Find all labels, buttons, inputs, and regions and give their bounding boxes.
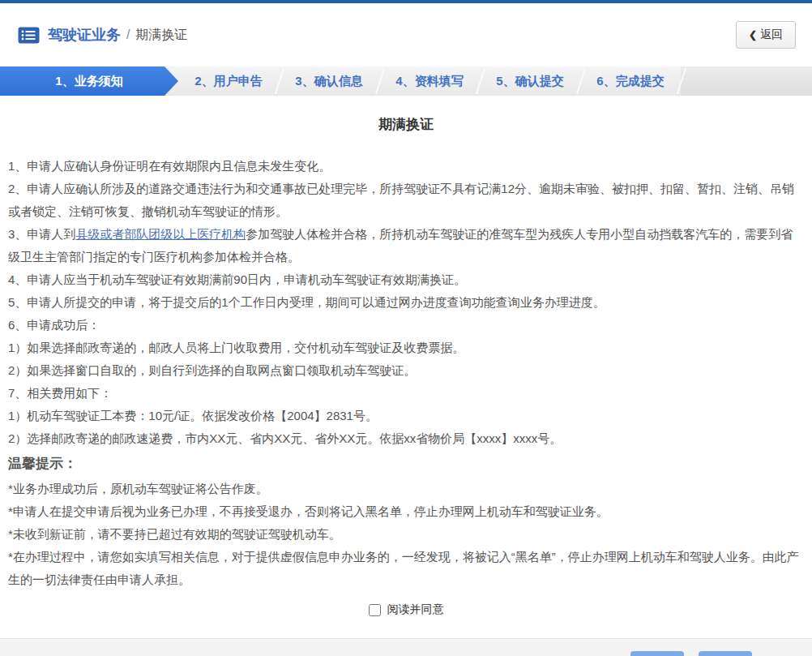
- breadcrumb-separator: /: [126, 28, 130, 42]
- back-button[interactable]: ❮ 返回: [736, 21, 796, 49]
- step-2-user-declaration: 2、用户申告: [178, 66, 279, 96]
- step-4-fill-materials: 4、资料填写: [379, 66, 480, 96]
- chevron-left-icon: ❮: [749, 29, 757, 41]
- notice-line: 1、申请人应确认身份证明在有效期限内且信息未发生变化。: [8, 155, 804, 178]
- tip-line: *申请人在提交申请后视为业务已办理，不再接受退办，否则将记入黑名单，停止办理网上…: [8, 500, 804, 523]
- agree-checkbox[interactable]: [369, 604, 381, 616]
- notice-line: 1）如果选择邮政寄递的，邮政人员将上门收取费用，交付机动车驾驶证及收费票据。: [8, 337, 804, 359]
- tip-line: *业务办理成功后，原机动车驾驶证将公告作废。: [8, 478, 804, 500]
- step-1-business-notice: 1、业务须知: [0, 66, 178, 96]
- step-6-complete-submit: 6、完成提交: [580, 66, 681, 96]
- prev-step-button[interactable]: 上一步: [630, 651, 684, 656]
- agreement-row: 阅读并同意: [8, 599, 804, 620]
- notice-line: 2、申请人应确认所涉及的道路交通违法行为和交通事故已处理完毕，所持驾驶证不具有记…: [8, 178, 804, 223]
- notice-line-part: 3、申请人到: [8, 227, 75, 241]
- notice-line: 5、申请人所提交的申请，将于提交后的1个工作日内受理，期间可以通过网办进度查询功…: [8, 291, 804, 314]
- step-label: 4、资料填写: [395, 74, 463, 89]
- notice-line: 3、申请人到县级或者部队团级以上医疗机构参加驾驶人体检并合格，所持机动车驾驶证的…: [8, 223, 804, 268]
- notice-line: 1）机动车驾驶证工本费：10元/证。依据发改价格【2004】2831号。: [8, 405, 804, 427]
- notice-line: 2）选择邮政寄递的邮政速递费，市内XX元、省内XX元、省外XX元。依据xx省物价…: [8, 427, 804, 450]
- step-bar-tail: [681, 66, 812, 96]
- notice-text: 1、申请人应确认身份证明在有效期限内且信息未发生变化。 2、申请人应确认所涉及的…: [8, 155, 804, 591]
- agree-label[interactable]: 阅读并同意: [387, 602, 444, 617]
- main-content: 期满换证 1、申请人应确认身份证明在有效期限内且信息未发生变化。 2、申请人应确…: [0, 96, 812, 620]
- step-label: 6、完成提交: [596, 74, 664, 89]
- tip-line: *在办理过程中，请您如实填写相关信息，对于提供虚假信息申办业务的，一经发现，将被…: [8, 546, 804, 591]
- step-label: 3、确认信息: [295, 74, 362, 89]
- tip-line: *未收到新证前，请不要持已超过有效期的驾驶证驾驶机动车。: [8, 523, 804, 546]
- step-label: 1、业务须知: [55, 74, 122, 89]
- breadcrumb-page: 期满换证: [135, 27, 187, 44]
- back-button-label: 返回: [760, 28, 783, 42]
- notice-line: 6、申请成功后：: [8, 314, 804, 337]
- page-title: 期满换证: [8, 115, 804, 134]
- tips-title: 温馨提示：: [8, 450, 804, 478]
- step-5-confirm-submit: 5、确认提交: [480, 66, 580, 96]
- step-label: 5、确认提交: [496, 74, 563, 89]
- notice-line: 7、相关费用如下：: [8, 382, 804, 405]
- notice-line: 4、申请人应当于机动车驾驶证有效期满前90日内，申请机动车驾驶证有效期满换证。: [8, 268, 804, 291]
- medical-institution-emphasis: 县级或者部队团级以上医疗机构: [75, 227, 246, 241]
- next-step-button[interactable]: 下一步: [699, 651, 752, 656]
- step-3-confirm-info: 3、确认信息: [279, 66, 379, 96]
- step-indicator: 1、业务须知 2、用户申告 3、确认信息 4、资料填写 5、确认提交 6、完成提…: [0, 66, 812, 96]
- step-label: 2、用户申告: [194, 74, 262, 89]
- notice-line: 2）如果选择窗口自取的，则自行到选择的自取网点窗口领取机动车驾驶证。: [8, 359, 804, 382]
- list-icon: [18, 27, 40, 44]
- breadcrumb-section[interactable]: 驾驶证业务: [48, 25, 121, 45]
- footer: 上一步 下一步: [0, 638, 812, 656]
- header: 驾驶证业务 / 期满换证 ❮ 返回: [0, 3, 812, 66]
